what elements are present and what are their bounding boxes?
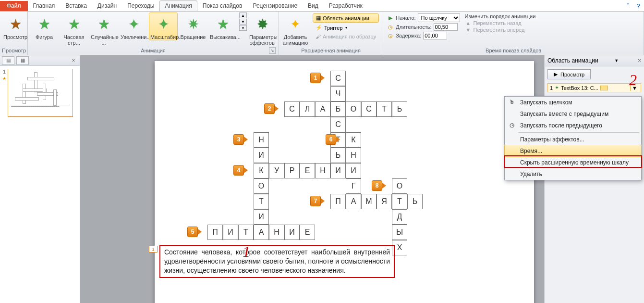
brush-icon: 🖌 — [316, 34, 321, 39]
start-select[interactable]: По щелчку — [418, 13, 460, 22]
anim-item-label: TextBox 13: С... — [561, 85, 598, 91]
animation-pane-title: Область анимации — [547, 57, 598, 64]
crossword-cell: Т — [238, 225, 254, 240]
arrow-icon — [321, 75, 325, 81]
crossword-cell: С — [284, 101, 300, 117]
crossword-cell: Я — [377, 194, 392, 209]
close-thumbnails-button[interactable]: × — [69, 57, 78, 64]
crossword-cell: А — [254, 225, 269, 240]
tab-transitions[interactable]: Переходы — [122, 0, 159, 11]
crossword-cell: Н — [315, 163, 330, 178]
crossword-cell: И — [330, 163, 346, 178]
star-icon: ✦ — [158, 16, 169, 32]
group-label-animation: Анимация↘ — [30, 47, 277, 55]
trigger-button[interactable]: ⚡Триггер▾ — [313, 24, 379, 32]
slide-thumbnail-1[interactable]: ▬▬▬▬▬▬▬▬▬▬▬▬▬▬▬▬▬▬▬▬▬▬▬▬▬ — [8, 69, 73, 117]
tab-slideshow[interactable]: Показ слайдов — [197, 0, 248, 11]
animation-pane-button[interactable]: ▦Область анимации — [313, 13, 379, 23]
minimize-ribbon-icon[interactable]: ˆ — [623, 1, 632, 11]
arrow-icon — [198, 229, 202, 235]
slide-canvas: СЧАСТЬЕ1СЛАБОСТЬ2НИКОТИН3КУРЕНИЕ4КНИГА6П… — [155, 61, 534, 303]
clue-badge: 3 — [233, 134, 244, 145]
anim-random[interactable]: ★Случайные ... — [89, 13, 118, 46]
ctx-timing[interactable]: Время... — [504, 145, 642, 157]
crossword-cell: Г — [346, 178, 361, 194]
crossword-cell: О — [392, 178, 407, 194]
crossword-cell: Ы — [392, 225, 407, 240]
anim-shape[interactable]: ★Фигура — [30, 13, 59, 40]
anim-grow[interactable]: ✦Увеличени... — [119, 13, 148, 40]
tab-home[interactable]: Главная — [28, 0, 61, 11]
slides-tab-button[interactable]: ▦ — [16, 56, 29, 65]
pane-dropdown-icon[interactable]: ▼ — [614, 58, 619, 63]
anim-item-dropdown[interactable]: ▼ — [630, 85, 639, 91]
close-pane-button[interactable]: × — [638, 57, 641, 64]
clock-icon: ◷ — [508, 122, 516, 128]
ctx-start-with-prev[interactable]: Запускать вместе с предыдущим — [505, 108, 641, 120]
crossword-cell: О — [346, 101, 361, 117]
move-forward-button[interactable]: ▼Переместить вперед — [465, 27, 536, 33]
crossword-cell: Д — [392, 209, 407, 225]
clue-badge: 2 — [264, 103, 275, 114]
clue-badge: 6 — [326, 134, 336, 145]
effect-options-icon: ✸ — [257, 16, 268, 32]
clue-textbox[interactable]: Состояние человека, которое соответствуе… — [159, 245, 395, 278]
anim-bounce[interactable]: ★Выскакива... — [208, 13, 237, 40]
move-back-button[interactable]: ▲Переместить назад — [465, 20, 536, 26]
tab-animation[interactable]: Анимация — [159, 0, 197, 11]
duration-input[interactable] — [434, 23, 458, 31]
anim-clock[interactable]: ★Часовая стр... — [60, 13, 88, 46]
crossword-cell: Т — [392, 194, 407, 209]
ctx-delete[interactable]: Удалить — [505, 168, 641, 180]
ctx-start-on-click[interactable]: 🖱Запускать щелчком — [505, 97, 641, 108]
ctx-effect-options[interactable]: Параметры эффектов... — [505, 134, 641, 145]
tab-design[interactable]: Дизайн — [92, 0, 122, 11]
play-icon: ▶ — [387, 15, 394, 21]
arrow-icon — [336, 137, 340, 142]
tab-review[interactable]: Рецензирование — [247, 0, 303, 11]
tab-insert[interactable]: Вставка — [60, 0, 92, 11]
crossword-cell: Л — [300, 101, 315, 117]
animation-order-tag[interactable]: 1 — [149, 246, 158, 252]
add-animation-button[interactable]: ✦Добавить анимацию — [281, 13, 310, 46]
arrow-icon — [244, 167, 248, 173]
arrow-icon — [321, 198, 325, 204]
tab-view[interactable]: Вид — [303, 0, 324, 11]
ctx-start-after-prev[interactable]: ◷Запускать после предыдущего — [505, 120, 641, 131]
ctx-hide-timeline[interactable]: Скрыть расширенную временную шкалу — [505, 157, 641, 168]
crossword-cell: У — [269, 163, 284, 178]
outline-tab-button[interactable]: ▤ — [2, 56, 14, 65]
pane-preview-button[interactable]: ▶Просмотр — [547, 69, 591, 79]
tab-file[interactable]: Файл — [0, 1, 28, 11]
group-launcher-icon[interactable]: ↘ — [269, 47, 276, 54]
effect-options-button[interactable]: ✸Параметры эффектов — [248, 13, 277, 46]
slide-editor[interactable]: СЧАСТЬЕ1СЛАБОСТЬ2НИКОТИН3КУРЕНИЕ4КНИГА6П… — [80, 55, 544, 303]
animation-list-item[interactable]: 1 ✦ TextBox 13: С... ▼ — [547, 83, 641, 92]
anim-item-number: 1 — [550, 85, 553, 91]
crossword-cell: Н — [346, 148, 361, 163]
thumbnails-toolbar: ▤ ▦ × — [0, 55, 80, 66]
group-label-timing: Время показа слайдов — [385, 47, 642, 55]
arrow-icon — [275, 106, 279, 112]
start-label: Начало: — [396, 15, 415, 21]
preview-button[interactable]: ★ Просмотр — [2, 13, 29, 40]
anim-spin[interactable]: ✷Вращение — [179, 13, 207, 40]
help-icon[interactable]: ? — [633, 1, 644, 11]
delay-input[interactable] — [423, 32, 447, 39]
clue-badge: 5 — [187, 227, 198, 237]
tab-developer[interactable]: Разработчик — [324, 0, 368, 11]
animation-painter-button[interactable]: 🖌Анимация по образцу — [313, 33, 379, 40]
crossword-cell: П — [207, 225, 223, 240]
reorder-label: Изменить порядок анимации — [465, 13, 536, 19]
anim-zoom[interactable]: ✦Масштабир... — [149, 13, 178, 40]
crossword-cell: Е — [300, 225, 315, 240]
pane-icon: ▦ — [316, 15, 321, 21]
gallery-scroll[interactable]: ▲▼▾ — [239, 13, 247, 31]
crossword-cell: Ь — [392, 101, 407, 117]
clue-badge: 7 — [310, 196, 321, 206]
duration-label: Длительность: — [396, 24, 431, 30]
star-icon: ✦ — [128, 16, 139, 32]
add-animation-icon: ✦ — [290, 17, 301, 32]
crossword-cell: И — [346, 163, 361, 178]
clue-badge: 8 — [372, 180, 382, 191]
